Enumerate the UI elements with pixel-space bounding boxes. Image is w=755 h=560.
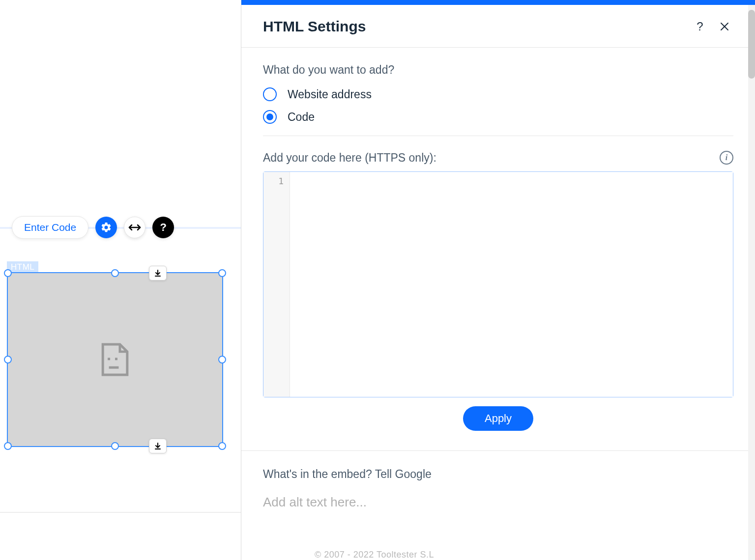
stretch-button[interactable] (124, 217, 145, 238)
help-icon: ? (160, 221, 167, 234)
radio-button (263, 110, 277, 124)
help-icon: ? (697, 20, 703, 33)
panel-title: HTML Settings (263, 18, 684, 35)
svg-rect-0 (108, 358, 110, 360)
resize-handle[interactable] (4, 269, 12, 277)
broken-file-icon (100, 342, 130, 377)
panel-header: HTML Settings ? (241, 5, 755, 48)
canvas-guide-line (0, 512, 241, 513)
settings-button[interactable] (95, 217, 117, 238)
info-button[interactable]: i (720, 151, 733, 165)
element-type-badge: HTML (7, 261, 38, 273)
editor-canvas: Enter Code ? HTML (0, 0, 241, 560)
code-section-label: Add your code here (HTTPS only): (263, 151, 436, 165)
stretch-icon (128, 223, 141, 232)
panel-close-button[interactable] (716, 18, 733, 35)
html-settings-panel: HTML Settings ? What do you want to add?… (241, 0, 755, 560)
context-help-button[interactable]: ? (152, 217, 174, 238)
radio-label: Website address (288, 88, 372, 101)
gear-icon (100, 222, 112, 233)
drag-up-button[interactable] (149, 266, 167, 280)
resize-handle[interactable] (4, 442, 12, 450)
panel-accent-bar (241, 0, 755, 5)
code-textarea[interactable] (290, 172, 733, 397)
add-type-label: What do you want to add? (263, 63, 733, 77)
radio-website-address[interactable]: Website address (263, 87, 733, 101)
radio-button (263, 87, 277, 101)
alt-text-input[interactable] (263, 492, 733, 513)
panel-help-button[interactable]: ? (691, 18, 709, 35)
element-toolbar: Enter Code ? (12, 216, 174, 239)
code-section-header: Add your code here (HTTPS only): i (263, 151, 733, 165)
arrow-down-bar-icon (154, 442, 162, 450)
section-divider (241, 450, 755, 451)
arrow-down-bar-icon (154, 269, 162, 277)
info-icon: i (726, 153, 727, 162)
html-embed-element[interactable] (7, 272, 223, 447)
panel-scrollbar-track[interactable] (748, 5, 755, 560)
seo-section-label: What's in the embed? Tell Google (263, 468, 733, 481)
code-gutter: 1 (263, 172, 290, 397)
radio-label: Code (288, 111, 315, 124)
background-footer-text: © 2007 - 2022 Tooltester S.L (315, 550, 434, 560)
close-icon (720, 22, 729, 31)
radio-selected-dot (266, 113, 273, 120)
panel-scrollbar-thumb[interactable] (748, 10, 755, 79)
resize-handle[interactable] (218, 442, 226, 450)
radio-code[interactable]: Code (263, 110, 733, 124)
resize-handle[interactable] (111, 269, 119, 277)
resize-handle[interactable] (111, 442, 119, 450)
resize-handle[interactable] (218, 356, 226, 364)
line-number: 1 (263, 176, 290, 186)
section-divider (263, 136, 733, 136)
drag-down-button[interactable] (149, 439, 167, 453)
panel-body: What do you want to add? Website address… (241, 48, 755, 560)
svg-rect-1 (115, 358, 117, 360)
code-editor: 1 (263, 171, 733, 397)
resize-handle[interactable] (4, 356, 12, 364)
apply-button[interactable]: Apply (463, 406, 533, 431)
enter-code-button[interactable]: Enter Code (12, 216, 88, 239)
resize-handle[interactable] (218, 269, 226, 277)
